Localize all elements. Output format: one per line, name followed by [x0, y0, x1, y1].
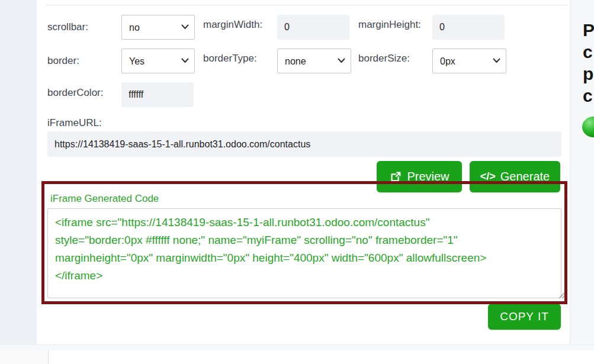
- border-size-select-wrap: 0px: [432, 49, 506, 73]
- border-type-select[interactable]: none: [277, 49, 351, 73]
- border-color-input[interactable]: [121, 82, 194, 107]
- border-color-label: borderColor:: [47, 87, 104, 99]
- cutoff-text-line: p: [583, 63, 594, 85]
- margin-height-input[interactable]: [432, 15, 505, 40]
- generate-button-label: Generate: [500, 170, 550, 183]
- border-type-select-wrap: none: [277, 49, 351, 73]
- margin-height-label: marginHeight:: [358, 19, 421, 31]
- iframe-generator-page: scrollbar: no marginWidth: marginHeight:…: [0, 0, 594, 364]
- margin-width-input[interactable]: [277, 15, 349, 40]
- left-gutter: [0, 0, 37, 344]
- code-icon: </>: [480, 170, 496, 183]
- scrollbar-label: scrollbar:: [47, 21, 88, 33]
- margin-width-label: marginWidth:: [203, 19, 262, 31]
- top-divider: [46, 5, 567, 5]
- generate-button[interactable]: </> Generate: [470, 161, 560, 192]
- preview-button[interactable]: Preview: [377, 161, 462, 192]
- scrollbar-select[interactable]: no: [121, 15, 195, 40]
- copy-button-label: COPY IT: [500, 310, 549, 323]
- border-type-label: borderType:: [203, 53, 257, 65]
- generated-code-textarea[interactable]: <iframe src="https://14138419-saas-15-1-…: [47, 208, 561, 298]
- border-size-label: borderSize:: [358, 53, 410, 65]
- iframe-url-label: iFrameURL:: [47, 117, 102, 129]
- cutoff-text-line: P: [583, 19, 594, 41]
- border-size-select[interactable]: 0px: [432, 49, 506, 73]
- scrollbar-select-wrap: no: [121, 15, 195, 40]
- border-select-wrap: Yes: [121, 49, 195, 73]
- iframe-url-input[interactable]: [47, 131, 561, 157]
- border-label: border:: [47, 55, 79, 67]
- resize-handle-icon[interactable]: [557, 291, 565, 299]
- copy-button[interactable]: COPY IT: [488, 304, 561, 330]
- preview-button-label: Preview: [407, 170, 449, 183]
- generated-code-heading: iFrame Generated Code: [50, 193, 159, 205]
- cutoff-text-line: c: [583, 41, 594, 63]
- bottom-left-block: [0, 350, 49, 364]
- border-select[interactable]: Yes: [121, 49, 195, 73]
- right-panel-cutoff-text: P c p c: [583, 19, 594, 107]
- external-link-icon: [389, 170, 402, 183]
- bottom-band: [0, 344, 594, 350]
- cutoff-text-line: c: [583, 85, 594, 107]
